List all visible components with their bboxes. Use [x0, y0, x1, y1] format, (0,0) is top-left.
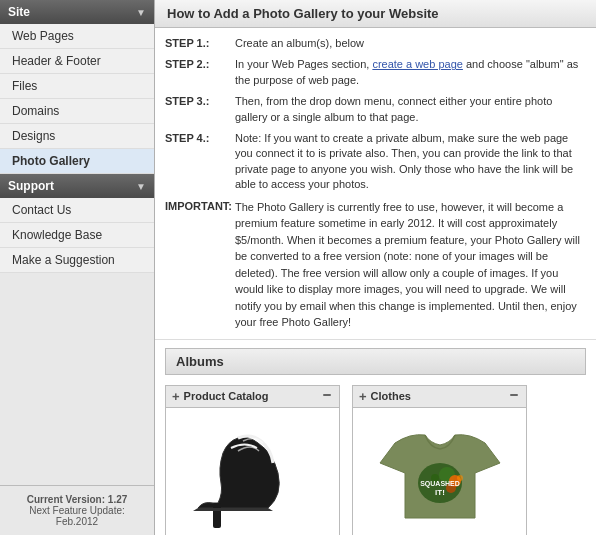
important-label: IMPORTANT: — [165, 199, 235, 212]
step-4-label: STEP 4.: — [165, 131, 235, 144]
album-1-delete-button[interactable] — [321, 389, 333, 404]
delete-icon — [321, 389, 333, 401]
album-card-product-catalog: + Product Catalog — [165, 385, 340, 535]
album-2-name: Clothes — [371, 390, 508, 402]
album-1-add-button[interactable]: + — [172, 389, 180, 404]
sidebar-item-make-suggestion[interactable]: Make a Suggestion — [0, 248, 154, 273]
tshirt-svg: SQUASHED IT! — [375, 413, 505, 533]
step-4-row: STEP 4.: Note: If you want to create a p… — [165, 131, 586, 193]
step-1-row: STEP 1.: Create an album(s), below — [165, 36, 586, 51]
step-1-content: Create an album(s), below — [235, 36, 586, 51]
support-section-arrow: ▼ — [136, 181, 146, 192]
next-update-label: Next Feature Update: — [8, 505, 146, 516]
svg-rect-0 — [323, 394, 331, 396]
album-2-image: SQUASHED IT! — [353, 408, 526, 535]
main-content: How to Add a Photo Gallery to your Websi… — [155, 0, 596, 535]
sidebar-item-files[interactable]: Files — [0, 74, 154, 99]
step-2-content: In your Web Pages section, create a web … — [235, 57, 586, 88]
svg-rect-1 — [213, 503, 221, 528]
page-title: How to Add a Photo Gallery to your Websi… — [155, 0, 596, 28]
album-card-clothes: + Clothes — [352, 385, 527, 535]
step-2-row: STEP 2.: In your Web Pages section, crea… — [165, 57, 586, 88]
album-1-image — [166, 408, 339, 535]
step-3-content: Then, from the drop down menu, connect e… — [235, 94, 586, 125]
sidebar-item-designs[interactable]: Designs — [0, 124, 154, 149]
step-2-prefix: In your Web Pages section, — [235, 58, 372, 70]
step-4-content: Note: If you want to create a private al… — [235, 131, 586, 193]
step-1-label: STEP 1.: — [165, 36, 235, 49]
svg-text:SQUASHED: SQUASHED — [420, 480, 460, 488]
album-2-add-button[interactable]: + — [359, 389, 367, 404]
shoe-svg — [183, 413, 323, 533]
sidebar-item-knowledge-base[interactable]: Knowledge Base — [0, 223, 154, 248]
album-1-name: Product Catalog — [184, 390, 321, 402]
support-section-header[interactable]: Support ▼ — [0, 174, 154, 198]
support-section-label: Support — [8, 179, 54, 193]
sidebar-item-web-pages[interactable]: Web Pages — [0, 24, 154, 49]
album-2-delete-button[interactable] — [508, 389, 520, 404]
create-web-page-link[interactable]: create a web page — [372, 58, 463, 70]
site-section-arrow: ▼ — [136, 7, 146, 18]
delete-icon-2 — [508, 389, 520, 401]
step-3-row: STEP 3.: Then, from the drop down menu, … — [165, 94, 586, 125]
version-label: Current Version: 1.27 — [8, 494, 146, 505]
steps-area: STEP 1.: Create an album(s), below STEP … — [155, 28, 596, 340]
site-section: Site ▼ Web Pages Header & Footer Files D… — [0, 0, 154, 174]
sidebar-item-domains[interactable]: Domains — [0, 99, 154, 124]
svg-rect-2 — [510, 394, 518, 396]
sidebar-footer: Current Version: 1.27 Next Feature Updat… — [0, 485, 154, 535]
next-update-date: Feb.2012 — [8, 516, 146, 527]
support-section: Support ▼ Contact Us Knowledge Base Make… — [0, 174, 154, 273]
important-row: IMPORTANT: The Photo Gallery is currentl… — [165, 199, 586, 331]
album-2-header: + Clothes — [353, 386, 526, 408]
sidebar: Site ▼ Web Pages Header & Footer Files D… — [0, 0, 155, 535]
albums-grid: + Product Catalog — [165, 385, 586, 535]
albums-header: Albums — [165, 348, 586, 375]
step-3-label: STEP 3.: — [165, 94, 235, 107]
site-section-header[interactable]: Site ▼ — [0, 0, 154, 24]
sidebar-item-photo-gallery[interactable]: Photo Gallery — [0, 149, 154, 174]
svg-text:IT!: IT! — [435, 488, 445, 497]
album-1-header: + Product Catalog — [166, 386, 339, 408]
site-section-label: Site — [8, 5, 30, 19]
important-content: The Photo Gallery is currently free to u… — [235, 199, 586, 331]
sidebar-item-header-footer[interactable]: Header & Footer — [0, 49, 154, 74]
sidebar-item-contact-us[interactable]: Contact Us — [0, 198, 154, 223]
step-2-label: STEP 2.: — [165, 57, 235, 70]
albums-section: Albums + Product Catalog — [155, 340, 596, 535]
